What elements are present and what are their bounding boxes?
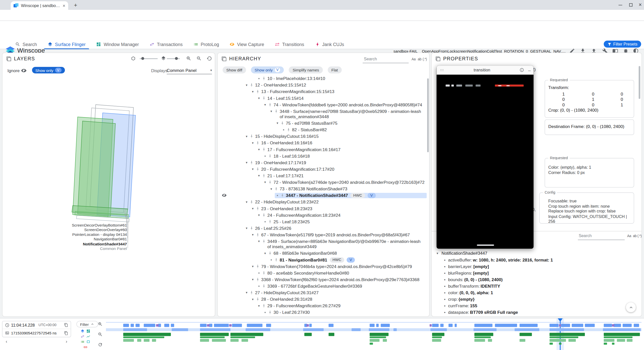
layer-label[interactable]: Common Panel	[3, 246, 127, 251]
collapse-arrow[interactable]: ▾	[244, 134, 249, 139]
hierarchy-node[interactable]: ▾15 - HideDisplayCutout:16:16#15	[218, 133, 427, 140]
hierarchy-node[interactable]: ▾73 - 8736138 NotificationShade#73	[218, 186, 427, 192]
collapse-arrow[interactable]: ▾	[244, 82, 249, 88]
displays-select[interactable]: Common Panel ▾	[167, 66, 212, 74]
timeline-filter-button[interactable]: Filter	[76, 321, 98, 327]
match-case-icon[interactable]: Aa	[627, 234, 631, 238]
hierarchy-node[interactable]: 3369 - 67726bf EdgeBackGestureHandler0#3…	[218, 283, 427, 289]
hierarchy-node[interactable]: ▾12 - OneHanded:15:15#12	[218, 82, 427, 88]
hierarchy-node[interactable]: ▾68 - 885b63e NavigationBar0#68	[218, 250, 427, 256]
collapse-arrow[interactable]: ▾	[256, 212, 262, 218]
pin-icon[interactable]	[256, 89, 260, 94]
regex-icon[interactable]: (.*)	[637, 234, 642, 238]
match-word-icon[interactable]: ab	[418, 57, 421, 61]
hierarchy-node[interactable]: ▾72 - WindowToken{a2746de type=2040 andr…	[218, 179, 427, 186]
nav-tab-search[interactable]: Search	[10, 39, 42, 49]
pin-icon[interactable]	[262, 239, 266, 244]
hierarchy-node[interactable]: ▾75 - ed70f88 StatusBar#75	[218, 120, 427, 126]
visibility-icon[interactable]	[222, 193, 227, 198]
minimize-overlay-icon[interactable]: –	[528, 67, 531, 72]
window-maximize-button[interactable]	[629, 3, 632, 7]
copy-icon[interactable]	[64, 323, 68, 327]
collapse-arrow[interactable]: ▾	[244, 160, 249, 165]
collapse-arrow[interactable]: ▾	[256, 95, 262, 101]
pin-icon[interactable]	[268, 310, 272, 315]
layer-label[interactable]: ScreenDecorOverlay#60	[3, 228, 127, 232]
hierarchy-node[interactable]: ▾14 - Leaf:15:15#14	[218, 95, 427, 101]
pin-icon[interactable]	[280, 120, 285, 125]
property-item[interactable]: •blurRegions:[empty]	[444, 270, 638, 277]
collapse-arrow[interactable]: ▾	[244, 226, 249, 231]
pin-icon[interactable]	[280, 193, 285, 198]
layer-label[interactable]: ScreenDecorOverlayBottom#61	[3, 223, 127, 228]
pin-icon[interactable]	[249, 226, 254, 231]
pin-icon[interactable]	[274, 186, 278, 191]
property-item[interactable]: •color:(0, 0, 0), alpha: 1	[444, 290, 638, 297]
timeline-cursor-handle[interactable]	[558, 318, 563, 322]
collapse-panel-icon[interactable]	[7, 56, 11, 61]
timeline-track[interactable]	[106, 318, 641, 350]
zoom-in-icon[interactable]	[186, 56, 191, 61]
zoom-out-icon[interactable]	[196, 56, 202, 61]
hierarchy-node[interactable]: 80 - ace6abb SecondaryHomeHandle0#80	[218, 270, 427, 276]
regex-icon[interactable]: (.*)	[423, 57, 427, 61]
property-item[interactable]: •bounds:(0, 0) - (1080, 2400)	[444, 277, 638, 284]
pin-icon[interactable]	[262, 212, 266, 217]
pin-icon[interactable]	[286, 127, 291, 132]
hierarchy-node[interactable]: ▾74 - WindowToken{fdddbe6 type=2000 andr…	[218, 101, 427, 108]
flat-chip[interactable]: Flat	[328, 66, 342, 73]
show-diff-chip[interactable]: Show diff	[223, 66, 246, 73]
drag-handle-icon[interactable]	[439, 67, 445, 72]
collapse-arrow[interactable]: ▾	[256, 303, 262, 308]
info-icon[interactable]	[519, 68, 524, 72]
rotation-slider-thumb[interactable]	[141, 57, 144, 60]
hierarchy-node[interactable]: ▾19 - OneHanded:17:17#19	[218, 159, 427, 166]
pin-icon[interactable]	[262, 76, 266, 81]
collapse-arrow[interactable]: ▾	[250, 140, 255, 145]
collapse-arrow[interactable]: ▾	[250, 296, 255, 302]
hierarchy-scrollbar[interactable]	[427, 78, 429, 152]
property-item[interactable]: •bufferTransform:IDENTITY	[444, 284, 638, 290]
show-only-chip[interactable]: Show onlyV	[251, 66, 284, 73]
hierarchy-node[interactable]: ▾29 - FullscreenMagnification:26:27#29	[218, 302, 427, 309]
selected-node-name[interactable]: NotificationShade#3447	[441, 251, 487, 256]
hierarchy-node[interactable]: ▾20 - FullscreenMagnification:17:17#20	[218, 166, 427, 172]
property-item[interactable]: •crop:{empty}	[444, 297, 638, 303]
pin-icon[interactable]	[249, 199, 254, 204]
match-word-icon[interactable]: ab	[633, 234, 636, 238]
hierarchy-node[interactable]: 25 - Leaf:18:23#25	[218, 218, 427, 225]
collapse-arrow[interactable]: ▾	[250, 277, 255, 282]
pin-icon[interactable]	[256, 277, 260, 282]
pin-icon[interactable]	[256, 296, 260, 301]
collapse-arrow[interactable]: ▾	[244, 290, 249, 295]
hierarchy-node[interactable]: ▾22 - HideDisplayCutout:18:23#22	[218, 199, 427, 205]
hierarchy-node[interactable]: ▾16 - OneHanded:16:16#16	[218, 140, 427, 146]
spacing-slider-thumb[interactable]	[175, 57, 178, 60]
pin-icon[interactable]	[256, 264, 260, 269]
nav-tab-surface-flinger[interactable]: Surface Flinger	[42, 39, 91, 49]
pin-icon[interactable]	[268, 219, 272, 224]
collapse-panel-icon[interactable]	[436, 56, 440, 61]
copy-icon[interactable]	[64, 331, 68, 335]
new-tab-button[interactable]: +	[72, 2, 79, 8]
ignore-visibility-icon[interactable]	[21, 68, 27, 73]
transition-overlay-window[interactable]: transition –	[437, 66, 534, 249]
tab-close-icon[interactable]: ×	[63, 3, 65, 8]
pin-icon[interactable]	[262, 270, 266, 275]
3d-view-icon[interactable]	[131, 56, 136, 61]
nav-tab-transitions[interactable]: Transitions	[269, 39, 309, 49]
property-item[interactable]: •currFrame:155	[444, 303, 638, 310]
pin-icon[interactable]	[268, 102, 272, 107]
layer-label[interactable]: PointerLocation - display 0#134	[3, 232, 127, 237]
nav-tab-jank-cujs[interactable]: Jank CUJs	[309, 39, 349, 49]
scroll-right-arrow[interactable]: ›	[66, 339, 67, 344]
scroll-to-top-button[interactable]	[626, 302, 636, 312]
pin-icon[interactable]	[256, 166, 260, 171]
collapse-arrow[interactable]: ▾	[437, 251, 438, 255]
pin-icon[interactable]	[256, 232, 260, 237]
collapse-arrow[interactable]: ▾	[256, 239, 262, 244]
pin-icon[interactable]	[274, 257, 278, 262]
hierarchy-node[interactable]: 3447 - NotificationShade#3447HWCV	[218, 192, 427, 199]
hierarchy-node[interactable]: 18 - Leaf:16:16#18	[218, 153, 427, 159]
hierarchy-node[interactable]: 30 - Leaf:26:27#30	[218, 309, 427, 316]
